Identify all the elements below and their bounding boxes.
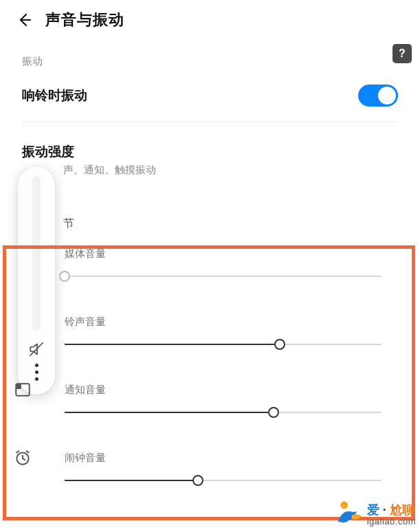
watermark-brand: 爱 · 尬聊 xyxy=(367,504,416,517)
alarm-volume-label: 闹钟音量 xyxy=(65,452,382,465)
vibration-intensity-subtitle: 声、通知、触摸振动 xyxy=(0,164,420,177)
svg-rect-2 xyxy=(16,384,21,389)
vibration-section-label: 振动 xyxy=(0,43,420,72)
notify-volume-slider[interactable] xyxy=(65,406,382,419)
alarm-icon xyxy=(14,449,33,468)
watermark-domain: igaliao.com xyxy=(367,517,416,527)
media-volume-label: 媒体音量 xyxy=(65,247,382,261)
ring-vibrate-row[interactable]: 响铃时振动 xyxy=(0,72,420,119)
ring-volume-label: 铃声音量 xyxy=(65,315,382,329)
watermark: 爱 · 尬聊 igaliao.com xyxy=(334,496,416,527)
ring-vibrate-label: 响铃时振动 xyxy=(22,87,87,104)
alarm-volume-group: 闹钟音量 xyxy=(0,428,420,496)
media-volume-group: 媒体音量 xyxy=(0,231,420,292)
adjust-section-label: 节 xyxy=(0,177,420,231)
ring-vibrate-toggle[interactable] xyxy=(358,85,398,107)
svg-point-4 xyxy=(340,501,348,509)
ring-volume-slider[interactable] xyxy=(65,338,382,351)
ring-volume-group: 铃声音量 xyxy=(0,292,420,360)
notification-icon xyxy=(14,381,33,400)
divider xyxy=(22,122,398,122)
alarm-volume-slider[interactable] xyxy=(65,474,382,487)
notify-volume-group: 通知音量 xyxy=(0,360,420,428)
media-volume-slider[interactable] xyxy=(65,270,382,282)
back-button[interactable] xyxy=(15,11,33,29)
vibration-intensity-title: 振动强度 xyxy=(0,125,420,164)
arrow-left-icon xyxy=(16,12,32,28)
notify-volume-label: 通知音量 xyxy=(65,384,382,397)
page-title: 声音与振动 xyxy=(45,10,124,30)
help-badge[interactable]: ? xyxy=(393,44,412,63)
watermark-logo-icon xyxy=(334,496,364,527)
